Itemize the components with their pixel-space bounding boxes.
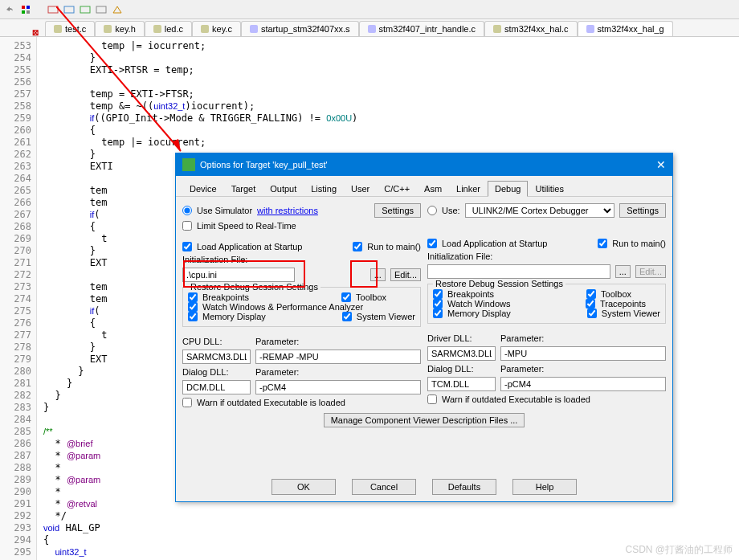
tab-key-h[interactable]: key.h: [95, 21, 144, 36]
tab-cpp[interactable]: C/C++: [377, 181, 417, 196]
tab-user[interactable]: User: [344, 181, 377, 196]
config-icon[interactable]: [19, 3, 32, 16]
restore-right-group: Restore Debug Session Settings Breakpoin…: [427, 284, 666, 324]
restrictions-link[interactable]: with restrictions: [257, 206, 318, 215]
use-simulator-label: Use Simulator: [197, 206, 252, 215]
browse-right-button[interactable]: ...: [615, 265, 631, 278]
run-main-right-check[interactable]: [598, 239, 607, 248]
svg-rect-7: [96, 6, 106, 13]
svg-rect-3: [27, 10, 30, 14]
close-tab-icon[interactable]: ⊠: [32, 28, 40, 36]
tab-target[interactable]: Target: [224, 181, 263, 196]
dlg-param-right-input[interactable]: [500, 377, 666, 391]
tab-linker[interactable]: Linker: [449, 181, 488, 196]
limit-speed-check[interactable]: [182, 221, 192, 231]
warn-left-check[interactable]: [182, 398, 192, 407]
main-toolbar: [0, 0, 739, 19]
load-startup-left-label: Load Application at Startup: [197, 242, 302, 251]
edit-left-button[interactable]: Edit...: [390, 268, 421, 281]
tab-asm[interactable]: Asm: [417, 181, 449, 196]
box3-icon[interactable]: [79, 3, 92, 16]
watch-right-check[interactable]: [433, 299, 443, 309]
init-file-right-label: Initialization File:: [427, 251, 666, 261]
ok-button[interactable]: OK: [272, 479, 336, 495]
svg-rect-2: [22, 10, 25, 14]
tab-intr[interactable]: stm32f407_intr_handle.c: [359, 21, 484, 36]
line-gutter: 253 254 255 256 257 258 259 260 261 262 …: [0, 37, 37, 560]
init-file-right-input[interactable]: [427, 264, 610, 279]
defaults-button[interactable]: Defaults: [432, 479, 496, 495]
close-icon[interactable]: ✕: [656, 158, 666, 171]
dialog-buttons: OK Cancel Defaults Help: [176, 479, 672, 495]
trace-check[interactable]: [586, 299, 595, 309]
dlg-param-left-input[interactable]: [255, 380, 421, 394]
dialog-titlebar[interactable]: Options for Target 'key_pull_test' ✕: [176, 153, 672, 176]
file-tabs: ⊠ test.c key.h led.c key.c startup_stm32…: [0, 19, 739, 37]
manage-button[interactable]: Manage Component Viewer Description File…: [324, 413, 525, 427]
help-button[interactable]: Help: [512, 479, 577, 495]
use-simulator-radio[interactable]: [182, 206, 192, 215]
edit-right-button: Edit...: [635, 265, 666, 278]
svg-rect-4: [48, 6, 58, 13]
use-label: Use:: [442, 206, 460, 215]
cpu-dll-label: CPU DLL:: [182, 337, 251, 346]
svg-rect-0: [22, 6, 25, 9]
dialog-tabs: Device Target Output Listing User C/C++ …: [176, 176, 672, 197]
tab-test[interactable]: test.c: [45, 21, 95, 36]
use-hw-radio[interactable]: [427, 206, 437, 215]
box4-icon[interactable]: [95, 3, 108, 16]
undo-icon[interactable]: [3, 3, 16, 16]
load-startup-right-check[interactable]: [427, 239, 437, 248]
tab-listing[interactable]: Listing: [304, 181, 344, 196]
dlg-dll-left-label: Dialog DLL:: [182, 367, 251, 377]
settings-button-right[interactable]: Settings: [619, 203, 666, 218]
browse-left-button[interactable]: ...: [370, 268, 386, 281]
tab-hal[interactable]: stm32f4xx_hal.c: [484, 21, 577, 36]
toolbox-right-check[interactable]: [586, 289, 596, 299]
tab-debug[interactable]: Debug: [488, 181, 528, 197]
init-file-left-label: Initialization File:: [182, 255, 421, 264]
options-dialog: Options for Target 'key_pull_test' ✕ Dev…: [175, 153, 673, 502]
tab-hal-g[interactable]: stm32f4xx_hal_g: [578, 21, 673, 36]
tab-key-c[interactable]: key.c: [192, 21, 241, 36]
tab-startup[interactable]: startup_stm32f407xx.s: [241, 21, 359, 36]
load-startup-left-check[interactable]: [182, 242, 192, 251]
watermark: CSDN @打酱油的工程师: [625, 543, 733, 557]
run-main-left-label: Run to main(): [367, 242, 421, 251]
warn-right-check[interactable]: [427, 394, 437, 404]
box2-icon[interactable]: [63, 3, 76, 16]
init-file-left-input[interactable]: [182, 268, 295, 282]
cpu-dll-input[interactable]: [182, 349, 251, 364]
svg-rect-1: [27, 6, 30, 9]
bp-left-check[interactable]: [188, 292, 198, 302]
toolbox-left-check[interactable]: [341, 292, 351, 302]
svg-rect-5: [64, 6, 74, 13]
dialog-title-text: Options for Target 'key_pull_test': [200, 160, 328, 170]
mem-left-check[interactable]: [188, 312, 198, 321]
debugger-select[interactable]: ULINK2/ME Cortex Debugger: [465, 203, 615, 218]
sysview-right-check[interactable]: [587, 309, 597, 318]
restore-left-title: Restore Debug Session Settings: [188, 282, 321, 292]
dlg-dll-left-input[interactable]: [182, 380, 251, 394]
run-main-left-check[interactable]: [353, 242, 362, 251]
left-panel: Use Simulator with restrictions Settings…: [182, 203, 421, 407]
mem-right-check[interactable]: [433, 309, 443, 318]
drv-param-input[interactable]: [500, 346, 666, 361]
tab-output[interactable]: Output: [263, 181, 304, 196]
cancel-button[interactable]: Cancel: [352, 479, 416, 495]
drv-dll-input[interactable]: [427, 346, 496, 361]
box5-icon[interactable]: [111, 3, 124, 16]
bp-right-check[interactable]: [433, 289, 443, 299]
tab-device[interactable]: Device: [182, 181, 224, 196]
drv-dll-label: Driver DLL:: [427, 333, 496, 343]
cpu-param-input[interactable]: [255, 349, 421, 364]
dlg-dll-right-input[interactable]: [427, 377, 496, 391]
sysview-left-check[interactable]: [342, 312, 352, 321]
svg-rect-6: [80, 6, 90, 13]
watch-perf-check[interactable]: [188, 302, 198, 312]
settings-button-left[interactable]: Settings: [374, 203, 421, 218]
box1-icon[interactable]: [47, 3, 59, 16]
restore-left-group: Restore Debug Session Settings Breakpoin…: [182, 287, 421, 327]
tab-led[interactable]: led.c: [145, 21, 192, 36]
tab-utilities[interactable]: Utilities: [528, 181, 570, 196]
